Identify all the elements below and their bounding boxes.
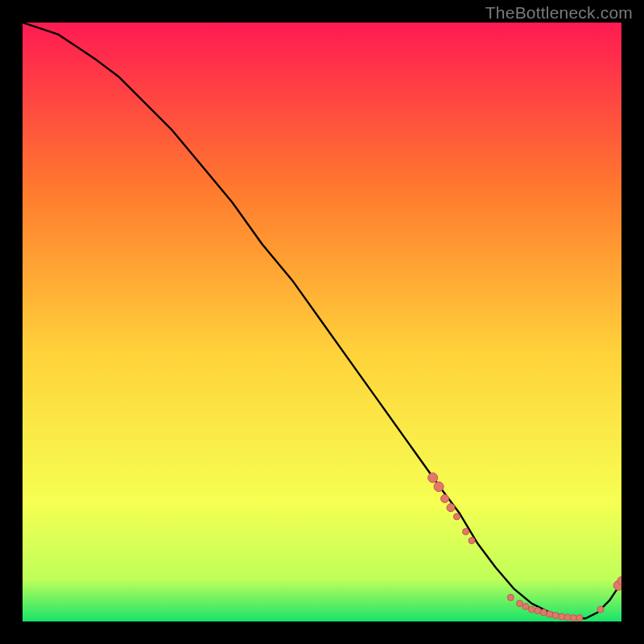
data-marker [517,601,523,607]
data-marker [469,538,475,544]
data-marker [570,615,576,621]
data-marker [564,614,571,621]
data-marker [434,482,444,492]
data-marker [453,514,460,520]
data-marker [441,494,449,502]
data-marker [447,504,455,512]
watermark-text: TheBottleneck.com [485,3,633,23]
data-marker [552,613,559,619]
data-marker [576,615,583,621]
data-marker [535,608,541,614]
data-marker [540,609,547,616]
data-marker [559,613,565,620]
data-marker [597,606,604,613]
data-marker [528,606,535,613]
data-marker [428,473,438,482]
data-marker [463,528,469,535]
data-marker [522,603,529,609]
plot-area [23,23,621,621]
chart-svg [23,23,621,621]
data-marker [547,611,553,617]
chart-stage: TheBottleneck.com [0,0,644,644]
data-marker [507,594,514,601]
